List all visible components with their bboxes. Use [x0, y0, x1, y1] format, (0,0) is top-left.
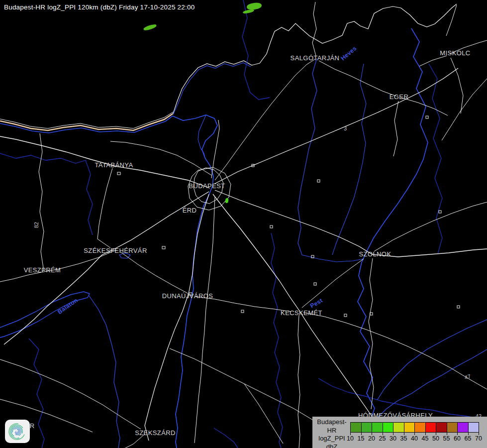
radar-screen: Budapest-HR logZ_PPI 120km (dbZ) Friday … [0, 0, 487, 448]
radar-echo-1 [246, 2, 262, 10]
legend-tick-value-50: 50 [432, 435, 439, 442]
legend-swatch-25-30 [383, 422, 394, 433]
radar-echo-3 [143, 23, 157, 31]
legend-tick-value-60: 60 [454, 435, 461, 442]
met-swirl-logo [5, 420, 30, 443]
legend-swatch-60-65 [457, 422, 469, 433]
legend-tick-value-70: 70 [475, 435, 482, 442]
legend-tick-value-15: 15 [358, 435, 365, 442]
legend-swatch-40-45 [414, 422, 426, 433]
radar-title: Budapest-HR logZ_PPI 120km (dbZ) Friday … [4, 3, 195, 11]
swirl-icon [5, 420, 30, 443]
reflectivity-legend: Budapest-HR logZ_PPI dbZ 101520253035404… [312, 417, 487, 448]
legend-tick-value-45: 45 [422, 435, 429, 442]
radar-echo-layer [0, 0, 487, 448]
legend-tick-value-55: 55 [443, 435, 450, 442]
legend-swatch-10-15 [350, 422, 362, 433]
legend-station: Budapest-HR [312, 418, 351, 435]
legend-tick-value-30: 30 [390, 435, 396, 442]
radar-echo-2 [243, 9, 255, 14]
legend-swatch-65-70 [468, 422, 480, 433]
legend-unit: dbZ [312, 443, 351, 448]
legend-swatch-15-20 [361, 422, 373, 433]
legend-tick-value-40: 40 [411, 435, 418, 442]
legend-swatch-20-25 [372, 422, 383, 433]
legend-swatch-30-35 [393, 422, 404, 433]
radar-echo-4 [225, 198, 228, 204]
legend-tick-value-10: 10 [347, 435, 354, 442]
legend-swatch-35-40 [404, 422, 415, 433]
legend-identifier: Budapest-HR logZ_PPI dbZ [312, 418, 351, 448]
legend-color-strip [350, 422, 479, 433]
legend-swatch-45-50 [425, 422, 437, 433]
legend-tick-value-35: 35 [400, 435, 407, 442]
legend-swatch-55-60 [447, 422, 458, 433]
legend-tick-value-25: 25 [379, 435, 386, 442]
legend-product: logZ_PPI [312, 435, 351, 443]
legend-tick-value-20: 20 [368, 435, 375, 442]
legend-tick-value-65: 65 [465, 435, 472, 442]
legend-swatch-50-55 [436, 422, 447, 433]
